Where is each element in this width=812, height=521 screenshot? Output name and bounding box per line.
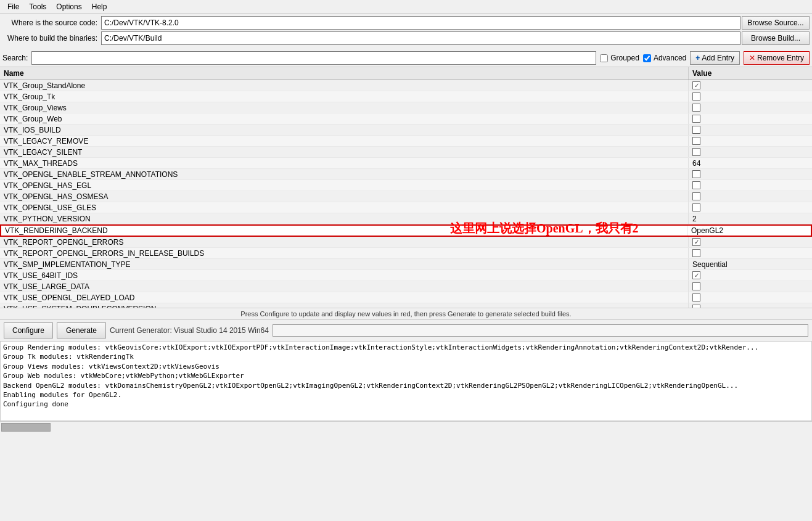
status-text: Press Configure to update and display ne… (240, 310, 571, 318)
table-row[interactable]: VTK_LEGACY_SILENT (0, 147, 812, 158)
row-name: VTK_USE_SYSTEM_DOUBLECONVERSION (0, 303, 689, 308)
row-value (689, 80, 812, 91)
build-label: Where to build the binaries: (2, 34, 101, 43)
row-value (689, 125, 812, 135)
generator-label: Current Generator: Visual Studio 14 2015… (110, 326, 269, 335)
row-value (689, 270, 812, 281)
log-line: Group Rendering modules: vtkGeovisCore;v… (3, 343, 809, 352)
col-name-header: Name (0, 67, 689, 80)
row-value (689, 191, 812, 202)
table-row[interactable]: VTK_RENDERING_BACKENDOpenGL2 (0, 224, 812, 237)
table-row[interactable]: VTK_Group_StandAlone (0, 80, 812, 91)
search-row: Search: Grouped Advanced + Add Entry ✕ R… (0, 49, 812, 67)
row-value (689, 113, 812, 124)
table-body: VTK_Group_StandAloneVTK_Group_TkVTK_Grou… (0, 80, 812, 308)
row-name: VTK_LEGACY_SILENT (0, 147, 689, 157)
menu-options[interactable]: Options (51, 1, 86, 12)
grouped-label: Grouped (610, 54, 639, 62)
row-checkbox[interactable] (692, 81, 700, 89)
table-row[interactable]: VTK_OPENGL_USE_GLES (0, 202, 812, 213)
row-checkbox[interactable] (692, 148, 700, 156)
remove-entry-button[interactable]: ✕ Remove Entry (744, 51, 810, 65)
menu-tools[interactable]: Tools (24, 1, 51, 12)
browse-source-button[interactable]: Browse Source... (742, 16, 810, 30)
row-value (689, 281, 812, 292)
generate-button[interactable]: Generate (57, 322, 106, 338)
row-checkbox[interactable] (692, 126, 700, 134)
table-row[interactable]: VTK_USE_64BIT_IDS (0, 270, 812, 281)
row-name: VTK_OPENGL_HAS_EGL (0, 180, 689, 191)
row-checkbox[interactable] (692, 181, 700, 189)
table-row[interactable]: VTK_USE_LARGE_DATA (0, 281, 812, 292)
row-checkbox[interactable] (692, 137, 700, 145)
col-value-header: Value (689, 67, 812, 80)
search-label: Search: (2, 54, 28, 62)
row-name: VTK_LEGACY_REMOVE (0, 136, 689, 146)
table-row[interactable]: VTK_USE_OPENGL_DELAYED_LOAD (0, 292, 812, 303)
advanced-checkbox[interactable] (643, 54, 651, 62)
grouped-option: Grouped (600, 54, 639, 62)
bottom-scrollbar[interactable] (0, 421, 812, 432)
row-checkbox[interactable] (692, 293, 700, 302)
progress-bar (273, 324, 808, 337)
row-name: VTK_IOS_BUILD (0, 125, 689, 135)
row-value (689, 136, 812, 146)
source-label: Where is the source code: (2, 18, 101, 27)
source-input[interactable] (101, 16, 740, 30)
bottom-scroll-thumb[interactable] (1, 423, 51, 432)
row-name: VTK_OPENGL_HAS_OSMESA (0, 191, 689, 202)
row-checkbox[interactable] (692, 271, 700, 279)
table-row[interactable]: VTK_OPENGL_HAS_EGL (0, 180, 812, 191)
row-name: VTK_SMP_IMPLEMENTATION_TYPE (0, 259, 689, 269)
log-area[interactable]: Group Rendering modules: vtkGeovisCore;v… (0, 341, 812, 421)
row-checkbox[interactable] (692, 203, 700, 211)
add-entry-button[interactable]: + Add Entry (690, 51, 740, 65)
top-section: Where is the source code: Browse Source.… (0, 14, 812, 49)
row-name: VTK_OPENGL_ENABLE_STREAM_ANNOTATIONS (0, 169, 689, 179)
row-value (689, 292, 812, 303)
log-line: Configuring done (3, 400, 809, 409)
table-row[interactable]: VTK_LEGACY_REMOVE (0, 136, 812, 147)
row-name: VTK_REPORT_OPENGL_ERRORS (0, 237, 689, 247)
row-checkbox[interactable] (692, 238, 700, 246)
table-row[interactable]: VTK_MAX_THREADS64 (0, 158, 812, 169)
table-row[interactable]: VTK_SMP_IMPLEMENTATION_TYPESequential (0, 259, 812, 270)
advanced-option: Advanced (643, 54, 686, 62)
row-checkbox[interactable] (692, 282, 700, 290)
configure-button[interactable]: Configure (4, 322, 53, 338)
row-checkbox[interactable] (692, 104, 700, 112)
table-row[interactable]: VTK_USE_SYSTEM_DOUBLECONVERSION (0, 303, 812, 308)
row-checkbox[interactable] (692, 249, 700, 257)
row-checkbox[interactable] (692, 115, 700, 123)
row-name: VTK_Group_StandAlone (0, 80, 689, 91)
table-row[interactable]: VTK_OPENGL_HAS_OSMESA (0, 191, 812, 202)
table-row[interactable]: VTK_REPORT_OPENGL_ERRORS (0, 237, 812, 248)
table-row[interactable]: VTK_IOS_BUILD (0, 125, 812, 136)
row-checkbox[interactable] (692, 305, 700, 308)
source-row: Where is the source code: Browse Source.… (2, 16, 810, 30)
table-row[interactable]: VTK_PYTHON_VERSION2 (0, 213, 812, 224)
row-checkbox[interactable] (692, 170, 700, 178)
menubar: File Tools Options Help (0, 0, 812, 14)
table-row[interactable]: VTK_Group_Web (0, 113, 812, 125)
menu-help[interactable]: Help (87, 1, 112, 12)
log-line: Group Web modules: vtkWebCore;vtkWebPyth… (3, 371, 809, 380)
table-header: Name Value (0, 67, 812, 80)
status-bar: Press Configure to update and display ne… (0, 308, 812, 319)
menu-file[interactable]: File (2, 1, 24, 12)
browse-build-button[interactable]: Browse Build... (742, 31, 810, 45)
remove-entry-label: Remove Entry (757, 54, 804, 62)
table-row[interactable]: VTK_REPORT_OPENGL_ERRORS_IN_RELEASE_BUIL… (0, 248, 812, 259)
row-checkbox[interactable] (692, 192, 700, 200)
table-row[interactable]: VTK_OPENGL_ENABLE_STREAM_ANNOTATIONS (0, 169, 812, 180)
table-row[interactable]: VTK_Group_Views (0, 102, 812, 113)
advanced-label: Advanced (654, 54, 686, 62)
row-checkbox[interactable] (692, 92, 700, 101)
bottom-bar: Configure Generate Current Generator: Vi… (0, 319, 812, 341)
table-row[interactable]: VTK_Group_Tk (0, 91, 812, 102)
add-icon: + (695, 54, 700, 62)
row-value (689, 91, 812, 102)
build-input[interactable] (101, 31, 740, 45)
grouped-checkbox[interactable] (600, 54, 608, 62)
search-input[interactable] (31, 51, 596, 65)
